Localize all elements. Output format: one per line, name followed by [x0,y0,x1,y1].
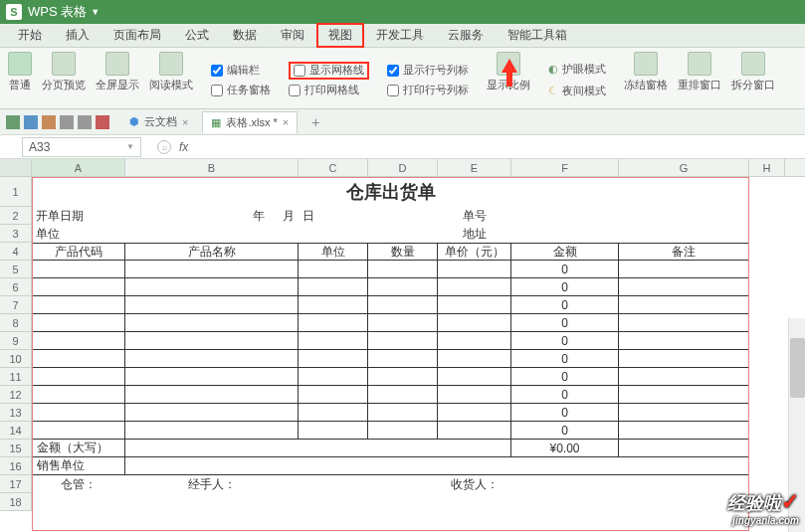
col-header-G[interactable]: G [619,159,749,176]
menu-cloud[interactable]: 云服务 [436,23,496,48]
qa-w-icon[interactable] [96,115,109,129]
cell-total[interactable]: ¥0.00 [511,440,619,457]
view-page-button[interactable]: 分页预览 [42,52,86,108]
cell[interactable] [619,207,749,225]
tab-cloud-docs[interactable]: ⬢ 云文档 × [121,111,196,133]
cell-amount[interactable]: 0 [511,386,619,404]
cell[interactable] [619,422,749,440]
cell[interactable] [438,332,511,350]
row-header[interactable]: 15 [0,440,32,457]
cell[interactable] [368,368,438,386]
view-full-button[interactable]: 全屏显示 [96,52,139,108]
cell-amount[interactable]: 0 [511,368,619,386]
cell-amount[interactable]: 0 [511,314,619,332]
menu-dev[interactable]: 开发工具 [364,23,436,48]
row-header[interactable]: 16 [0,457,32,475]
cell[interactable] [368,404,438,422]
select-all-corner[interactable] [0,159,32,176]
cell[interactable] [438,386,511,404]
col-header-F[interactable]: F [511,159,619,176]
th-code[interactable]: 产品代码 [32,243,125,261]
cell[interactable]: 日 [299,207,368,225]
cell[interactable] [438,368,511,386]
th-qty[interactable]: 数量 [368,243,438,261]
view-normal-button[interactable]: 普通 [8,52,32,108]
cell[interactable]: 收货人： [438,475,511,493]
cell-amount[interactable]: 0 [511,332,619,350]
cell[interactable] [438,314,511,332]
cell-amount[interactable]: 0 [511,404,619,422]
cell[interactable] [438,404,511,422]
cell[interactable] [32,332,125,350]
row-header[interactable]: 13 [0,404,32,422]
cell[interactable] [32,368,125,386]
check-show-headings[interactable]: 显示行号列标 [387,62,469,80]
name-box[interactable]: A33 ▼ [22,137,141,157]
cell[interactable] [619,314,749,332]
cell[interactable] [125,386,299,404]
check-task-pane[interactable]: 任务窗格 [211,82,271,99]
cell[interactable] [619,332,749,350]
cell[interactable] [32,314,125,332]
cell[interactable] [32,350,125,368]
qa-print-icon[interactable] [42,115,56,129]
th-name[interactable]: 产品名称 [125,243,299,261]
cell[interactable] [32,296,125,314]
cell[interactable] [32,386,125,404]
cell-amount[interactable]: 0 [511,422,619,440]
qa-save-icon[interactable] [24,115,38,129]
row-header[interactable]: 10 [0,350,32,368]
check-print-headings[interactable]: 打印行号列标 [387,82,469,99]
cell[interactable] [511,225,619,243]
row-header[interactable]: 8 [0,314,32,332]
check-show-gridlines[interactable]: 显示网格线 [289,62,369,80]
cell[interactable]: 单位 [32,225,125,243]
cell[interactable] [368,278,438,296]
row-header[interactable]: 14 [0,422,32,440]
cell[interactable] [438,422,511,440]
freeze-panes-button[interactable]: 冻结窗格 [624,52,668,108]
cell[interactable] [32,422,125,440]
cell[interactable] [619,278,749,296]
cell[interactable] [511,475,619,493]
menu-insert[interactable]: 插入 [54,23,101,48]
menu-start[interactable]: 开始 [6,23,54,48]
cell[interactable] [299,404,368,422]
cell[interactable] [619,386,749,404]
cell[interactable] [368,296,438,314]
cell-amount[interactable]: 0 [511,296,619,314]
col-header-E[interactable]: E [438,159,511,176]
th-note[interactable]: 备注 [619,243,749,261]
cell[interactable]: 开单日期 [32,207,125,225]
cell[interactable]: 年月 [125,207,299,225]
cell[interactable] [368,440,438,457]
cell[interactable] [438,350,511,368]
cell[interactable] [125,422,299,440]
th-unit[interactable]: 单位 [299,243,368,261]
check-formula-bar[interactable]: 编辑栏 [211,62,271,80]
cell[interactable] [368,422,438,440]
app-dropdown-icon[interactable]: ▼ [91,7,100,17]
cell[interactable] [125,314,299,332]
menu-data[interactable]: 数据 [221,23,269,48]
cell[interactable] [438,296,511,314]
scrollbar-thumb[interactable] [790,338,805,398]
cell[interactable] [438,261,511,278]
cell[interactable] [299,386,368,404]
cell[interactable] [368,261,438,278]
cell[interactable] [368,332,438,350]
row-header[interactable]: 3 [0,225,32,243]
cell[interactable] [299,475,368,493]
cell[interactable] [511,207,619,225]
col-header-A[interactable]: A [32,159,125,176]
row-header[interactable]: 18 [0,493,32,511]
cell[interactable] [32,404,125,422]
menu-view[interactable]: 视图 [316,23,364,48]
cell-amount[interactable]: 0 [511,261,619,278]
menu-ai[interactable]: 智能工具箱 [496,23,579,48]
menu-review[interactable]: 审阅 [269,23,316,48]
cell[interactable] [32,261,125,278]
row-header[interactable]: 4 [0,243,32,261]
col-header-B[interactable]: B [125,159,299,176]
cell[interactable] [368,225,438,243]
